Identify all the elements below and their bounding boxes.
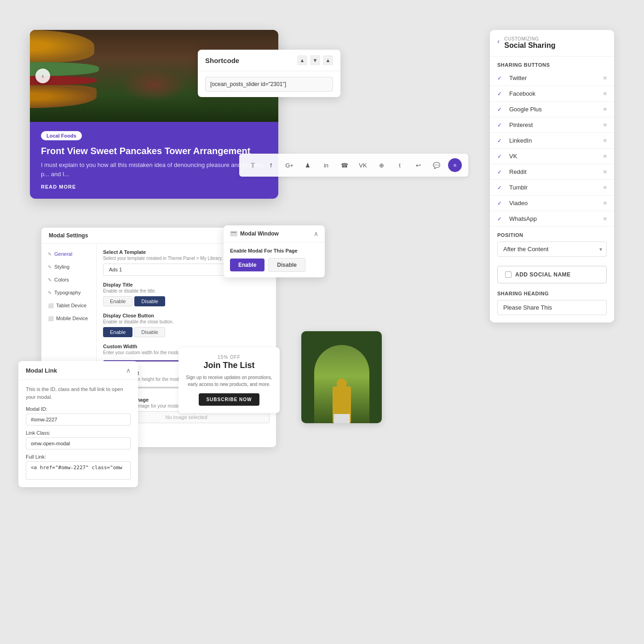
drag-handle-reddit[interactable]: ≡: [603, 168, 607, 175]
more-social-icon[interactable]: ≡: [448, 158, 462, 172]
check-icon-reddit: ✓: [497, 169, 505, 175]
position-select[interactable]: After the Content: [497, 242, 607, 257]
styling-label: Styling: [54, 264, 69, 270]
modal-window-icon: [230, 231, 237, 236]
sidebar-item-mobile[interactable]: ⬜ Mobile Device: [41, 312, 96, 325]
twitter-social-icon[interactable]: 𝕋: [246, 158, 259, 172]
phone-social-icon[interactable]: ☎: [338, 158, 351, 172]
position-label: Position: [497, 232, 607, 238]
mwp-subtitle: Enable Modal For This Page: [230, 248, 318, 253]
modal-disable-button[interactable]: Disable: [268, 258, 305, 272]
general-icon: ✎: [48, 252, 52, 257]
sharing-label-vk: VK: [509, 153, 598, 160]
shortcode-expand-btn[interactable]: ▲: [323, 55, 333, 65]
mwp-header: Modal Window ∧: [224, 225, 325, 242]
sharing-label-whatsapp: WhatsApp: [509, 215, 598, 222]
panel-header: ‹ Customizing Social Sharing: [490, 30, 614, 57]
modal-id-label: Modal ID:: [26, 406, 131, 412]
modal-enable-button[interactable]: Enable: [230, 259, 264, 271]
mobile-icon: ⬜: [48, 316, 53, 321]
display-close-disable-btn[interactable]: Disable: [134, 327, 165, 337]
mwp-collapse-button[interactable]: ∧: [314, 230, 318, 237]
ml-body: This is the ID, class and the full link …: [18, 380, 138, 487]
sidebar-item-typography[interactable]: ✎ Typography: [41, 286, 96, 299]
shortcode-title: Shortcode: [205, 57, 239, 64]
facebook-social-icon[interactable]: f: [264, 158, 278, 172]
sharing-label-facebook: Facebook: [509, 90, 598, 97]
colors-label: Colors: [54, 277, 69, 282]
check-icon-tumblr: ✓: [497, 184, 505, 191]
shortcode-body: [198, 71, 340, 97]
back-button[interactable]: ‹: [497, 37, 500, 46]
sidebar-item-general[interactable]: ✎ General: [41, 247, 96, 260]
display-title-disable-btn[interactable]: Disable: [134, 296, 165, 306]
sharing-item-whatsapp: ✓ WhatsApp ≡: [490, 211, 614, 227]
check-icon-twitter: ✓: [497, 75, 505, 81]
link-class-input[interactable]: [26, 437, 131, 449]
tablet-label: Tablet Device: [56, 303, 86, 308]
ml-collapse-button[interactable]: ∧: [126, 367, 131, 374]
bread-top: [30, 30, 94, 62]
shortcode-up-btn[interactable]: ▲: [297, 55, 307, 65]
subscribe-discount: 15% OFF: [186, 355, 272, 360]
mwp-body: Enable Modal For This Page Enable Disabl…: [224, 242, 325, 277]
right-panel: ‹ Customizing Social Sharing Sharing But…: [490, 30, 614, 322]
drag-handle-facebook[interactable]: ≡: [603, 90, 607, 97]
sidebar-item-tablet[interactable]: ⬜ Tablet Device: [41, 299, 96, 312]
check-icon-pinterest: ✓: [497, 122, 505, 128]
full-link-label: Full Link:: [26, 454, 131, 460]
linkedin-social-icon[interactable]: in: [319, 158, 333, 172]
typography-label: Typography: [54, 290, 80, 295]
reddit-social-icon[interactable]: ⊕: [374, 158, 388, 172]
display-close-enable-btn[interactable]: Enable: [103, 327, 132, 337]
drag-handle-vk[interactable]: ≡: [603, 153, 607, 160]
modal-window-popup: Modal Window ∧ Enable Modal For This Pag…: [224, 225, 325, 277]
display-close-toggle: Enable Disable: [103, 327, 270, 337]
sharing-heading-input[interactable]: [497, 300, 607, 315]
sidebar-item-styling[interactable]: ✎ Styling: [41, 260, 96, 273]
slider-prev-button[interactable]: ‹: [35, 69, 50, 83]
colors-icon: ✎: [48, 277, 52, 282]
drag-handle-pinterest[interactable]: ≡: [603, 121, 607, 128]
sharing-item-tumblr: ✓ Tumblr ≡: [490, 180, 614, 196]
drag-handle-whatsapp[interactable]: ≡: [603, 215, 607, 222]
drag-handle-tumblr[interactable]: ≡: [603, 184, 607, 191]
bread-bottom: [30, 85, 97, 108]
sharing-label-googleplus: Google Plus: [509, 106, 598, 113]
subscribe-button[interactable]: SUBSCRIBE NOW: [199, 393, 259, 406]
photo-arch: [314, 345, 369, 423]
ml-title: Modal Link: [26, 367, 57, 374]
sharing-item-facebook: ✓ Facebook ≡: [490, 86, 614, 102]
sharing-label-tumblr: Tumblr: [509, 184, 598, 191]
shortcode-down-btn[interactable]: ▼: [310, 55, 320, 65]
slider-title: Front View Sweet Pancakes Tower Arrangem…: [41, 145, 267, 157]
ml-header: Modal Link ∧: [18, 361, 138, 380]
drag-handle-linkedin[interactable]: ≡: [603, 137, 607, 144]
styling-icon: ✎: [48, 264, 52, 270]
position-select-wrap: After the Content: [497, 242, 607, 257]
add-social-checkbox[interactable]: [505, 271, 512, 278]
display-title-label: Display Title: [103, 282, 270, 288]
vk-social-icon[interactable]: VK: [356, 158, 370, 172]
sharing-item-reddit: ✓ Reddit ≡: [490, 164, 614, 180]
sharing-items-list: ✓ Twitter ≡ ✓ Facebook ≡ ✓ Google Plus ≡…: [490, 70, 614, 227]
whatsapp-social-icon[interactable]: 💬: [430, 158, 443, 172]
tumblr-social-icon[interactable]: t: [393, 158, 407, 172]
drag-handle-viadeo[interactable]: ≡: [603, 200, 607, 207]
shortcode-input[interactable]: [205, 77, 333, 92]
add-social-button[interactable]: ADD SOCIAL NAME: [497, 266, 607, 283]
sharing-heading-section: Sharing Heading: [490, 287, 614, 322]
display-title-enable-btn[interactable]: Enable: [103, 296, 132, 306]
modal-id-input[interactable]: [26, 414, 131, 426]
check-icon-vk: ✓: [497, 153, 505, 160]
read-more-link[interactable]: READ MORE: [41, 184, 267, 190]
drag-handle-googleplus[interactable]: ≡: [603, 106, 607, 113]
pinterest-social-icon[interactable]: ♟: [301, 158, 315, 172]
viadeo-social-icon[interactable]: ↩: [411, 158, 425, 172]
sidebar-item-colors[interactable]: ✎ Colors: [41, 273, 96, 286]
sharing-label-viadeo: Viadeo: [509, 200, 598, 207]
full-link-textarea[interactable]: <a href="#omw-2227" class="omw: [26, 461, 131, 480]
display-close-row: Display Close Button Enable or disable t…: [103, 313, 270, 337]
drag-handle-twitter[interactable]: ≡: [603, 75, 607, 81]
googleplus-social-icon[interactable]: G+: [282, 158, 296, 172]
